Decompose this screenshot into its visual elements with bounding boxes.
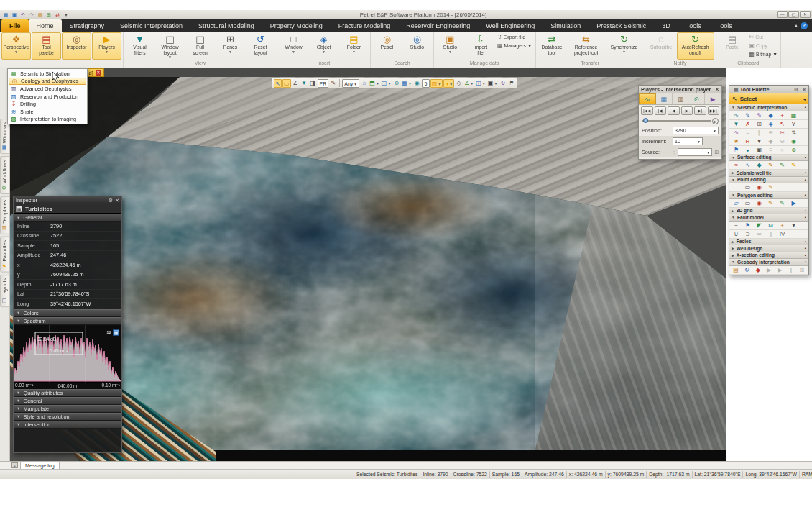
gear-icon[interactable]: ⚙ — [794, 87, 798, 93]
menu-item-geology-and-geophysics[interactable]: ◎Geology and Geophysics — [9, 78, 86, 86]
palette-tool-icon[interactable]: ≋ — [765, 129, 776, 137]
inspector-row-value[interactable]: -1717.63 m — [47, 281, 121, 288]
home-view-icon[interactable]: ⌂ — [360, 79, 368, 88]
close-button[interactable]: ✕ — [800, 11, 811, 18]
next-step-button[interactable]: ▶| — [694, 106, 706, 115]
reset-layout-button[interactable]: ↺Reset layout — [246, 32, 275, 60]
palette-tool-icon[interactable]: ▶ — [775, 266, 785, 274]
palette-tool-icon[interactable]: ◉ — [788, 137, 799, 145]
first-frame-button[interactable]: |◀◀ — [641, 106, 653, 115]
select-tool-header[interactable]: ↖ Select ◂ — [729, 93, 808, 104]
palette-tool-icon[interactable]: ∪ — [731, 230, 742, 238]
ribbon-tab-reservoir-engineering[interactable]: Reservoir Engineering — [398, 19, 478, 32]
full-screen-button[interactable]: ◱Full screen — [185, 32, 215, 60]
palette-section-3d-grid[interactable]: ▶3D grid▪ — [729, 208, 808, 215]
collapse-ribbon-icon[interactable]: ▴ — [795, 22, 798, 29]
palette-tool-icon[interactable]: ⚑ — [742, 222, 753, 229]
menu-item-shale[interactable]: ≋Shale — [9, 108, 86, 116]
palette-tool-icon[interactable]: ◆ — [753, 266, 763, 274]
pane-tab-layouts[interactable]: ◫Layouts — [0, 275, 9, 307]
section-header-colors[interactable]: ▼ Colors — [14, 309, 121, 317]
palette-section-point-editing[interactable]: ▼Point editing▪ — [729, 177, 808, 184]
movie-player-tab[interactable]: ▶ — [705, 93, 721, 104]
import-file-button[interactable]: ⇩Import file — [466, 32, 495, 60]
source-extra-icon[interactable]: ⊞ — [714, 150, 719, 155]
pin-icon[interactable]: ▪ — [805, 239, 806, 244]
synchronize-button[interactable]: ↻Synchronize▼ — [606, 32, 643, 60]
palette-tool-icon[interactable]: ▭ — [742, 199, 753, 207]
pin-icon[interactable]: ▪ — [805, 155, 806, 160]
pin-icon[interactable]: ⚑ — [507, 79, 515, 88]
palette-tool-icon[interactable]: ▾ — [788, 222, 799, 229]
pin-icon[interactable]: ▪ — [805, 105, 806, 109]
palette-tool-icon[interactable]: ↻ — [742, 266, 752, 274]
palette-tool-icon[interactable]: ▶ — [788, 199, 799, 207]
bitmap-button[interactable]: ▦Bitmap▼ — [748, 50, 779, 58]
inspector-button[interactable]: ◎Inspector — [62, 32, 91, 60]
inspector-row-value[interactable]: 165 — [47, 242, 121, 249]
menu-item-seismic-to-simulation[interactable]: ▦Seismic to Simulation — [9, 70, 86, 78]
redo-icon[interactable]: ↷ — [28, 12, 35, 18]
pen-icon[interactable]: ✎ — [329, 79, 337, 88]
save-icon[interactable]: ▣ — [11, 12, 18, 18]
palette-tool-icon[interactable]: Y — [788, 120, 799, 128]
palette-tool-icon[interactable]: ✎ — [742, 111, 753, 119]
palette-tool-icon[interactable]: ▦ — [788, 111, 799, 119]
palette-tool-icon[interactable]: ∥ — [754, 129, 765, 137]
ribbon-tab-seismic-interpretation[interactable]: Seismic Interpretation — [112, 19, 190, 32]
players-button[interactable]: ▶Players▼ — [92, 32, 121, 60]
spectrum-settings-icon[interactable]: ▦ — [113, 329, 119, 336]
message-log-tab[interactable]: Message log — [20, 462, 60, 469]
pane-tab-favorites[interactable]: ★Favorites — [0, 237, 9, 273]
palette-tool-icon[interactable]: ★ — [731, 137, 742, 145]
pin-icon[interactable]: ▪ — [805, 193, 806, 197]
palette-tool-icon[interactable]: ✎ — [765, 199, 776, 207]
polyline-tool-icon[interactable]: ∠▼ — [463, 79, 474, 88]
window-button[interactable]: □Window▼ — [279, 32, 308, 60]
ribbon-tab-structural-modeling[interactable]: Structural Modeling — [190, 19, 262, 32]
palette-tool-icon[interactable]: ▾ — [754, 137, 765, 145]
palette-tool-icon[interactable]: ◈ — [765, 120, 776, 128]
pin-icon[interactable]: ▪ — [805, 170, 806, 175]
petrel-search-button[interactable]: ◎Petrel — [372, 32, 402, 60]
ribbon-tab-tools[interactable]: Tools — [678, 19, 709, 32]
visual-filter-icon[interactable]: ▼ — [300, 79, 308, 88]
help-icon[interactable]: ? — [801, 22, 808, 29]
palette-tool-icon[interactable]: ▱ — [731, 199, 742, 207]
pin-icon[interactable]: ▪ — [805, 253, 806, 257]
palette-tool-icon[interactable]: ▼ — [731, 120, 742, 128]
palette-section-seismic-well-tie[interactable]: ▶Seismic well tie▪ — [729, 170, 808, 177]
loop-icon[interactable]: ▸ — [712, 118, 719, 124]
menu-item-interpretation-to-imaging[interactable]: ▩Interpretation to Imaging — [9, 116, 86, 124]
palette-tool-icon[interactable]: ≈ — [742, 129, 753, 137]
palette-tool-icon[interactable]: ⊞ — [797, 266, 807, 274]
ribbon-tab-property-modeling[interactable]: Property Modeling — [262, 19, 331, 32]
petrel-logo-icon[interactable]: ▦ — [2, 12, 9, 18]
palette-tool-icon[interactable]: ∥ — [785, 266, 795, 274]
palette-tool-icon[interactable]: ▶ — [764, 266, 774, 274]
subscribe-button[interactable]: ◌Subscribe — [647, 32, 676, 60]
palette-section-geobody-interpretation[interactable]: ▼Geobody interpretation▪ — [729, 259, 808, 266]
pin-icon[interactable]: ▪ — [805, 209, 806, 213]
palette-section-facies[interactable]: ▶Facies▪ — [729, 239, 808, 246]
menu-item-advanced-geophysics[interactable]: ▥Advanced Geophysics — [9, 85, 86, 93]
studio-search-button[interactable]: ◎Studio — [402, 32, 432, 60]
palette-tool-icon[interactable]: ⚑ — [731, 146, 742, 154]
palette-tool-icon[interactable]: ▤ — [731, 266, 741, 274]
palette-tool-icon[interactable]: ≍ — [754, 230, 765, 238]
tool-palette-button[interactable]: ▤Tool palette — [32, 32, 61, 60]
source-link-icon[interactable]: ◌ — [673, 150, 675, 155]
palette-tool-icon[interactable]: ◉ — [754, 199, 765, 207]
menu-item-reservoir-and-production[interactable]: ▧Reservoir and Production — [9, 93, 86, 101]
ribbon-tab-stratigraphy[interactable]: Stratigraphy — [62, 19, 113, 32]
palette-tool-icon[interactable]: ▭ — [742, 183, 753, 191]
export-file-button[interactable]: ⇧Export file — [496, 33, 534, 41]
pane-tab-templates[interactable]: ▤Templates — [0, 196, 9, 234]
inspector-row-value[interactable]: 3790 — [47, 223, 121, 229]
palette-tool-icon[interactable]: ∿ — [731, 111, 742, 119]
palette-tool-icon[interactable]: ◆ — [754, 161, 765, 169]
palette-tool-icon[interactable]: ⊖ — [777, 137, 788, 145]
ribbon-tab-prestack-seismic[interactable]: Prestack Seismic — [589, 19, 654, 32]
palette-tool-icon[interactable]: M — [765, 222, 776, 229]
palette-tool-icon[interactable]: ✎ — [788, 161, 799, 169]
